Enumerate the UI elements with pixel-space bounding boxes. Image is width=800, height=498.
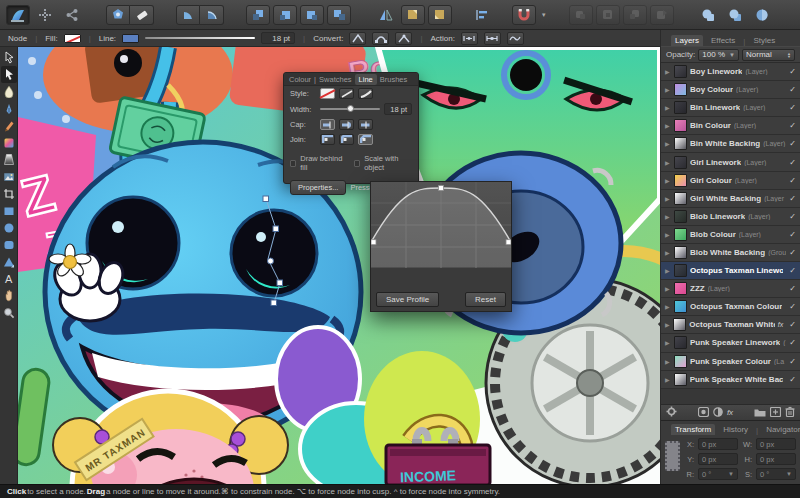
adjustment-layer-icon[interactable] [713,407,723,419]
boolean-subtract-icon[interactable] [723,5,747,25]
snapping-caret-icon[interactable]: ▼ [541,12,547,18]
export-persona-icon[interactable] [60,5,84,25]
layer-thumb[interactable] [674,65,687,78]
action-smooth-curve-icon[interactable] [507,32,524,45]
transform-page-2-icon[interactable] [428,5,452,25]
join-round-button[interactable] [339,134,354,145]
draw-persona-icon[interactable] [6,5,30,25]
layer-row[interactable]: ▶ Punk Speaker Linework fx ( ✓ [661,334,800,352]
layer-row[interactable]: ▶ Octopus Taxman Colour fx ✓ [661,298,800,316]
layer-thumb[interactable] [674,174,687,187]
vector-crop-tool[interactable] [1,185,17,202]
pressure-curve-editor[interactable] [371,182,511,268]
snapping-magnet-icon[interactable] [512,5,536,25]
layer-visibility-check[interactable]: ✓ [789,103,796,112]
stroke-width-slider[interactable] [145,37,255,39]
artistic-text-tool[interactable]: A [1,270,17,287]
disclosure-triangle-icon[interactable]: ▶ [665,267,671,274]
layer-thumb[interactable] [674,355,687,368]
disclosure-triangle-icon[interactable]: ▶ [665,358,671,365]
stroke-width-value[interactable]: 18 pt [261,32,295,44]
opacity-dropdown[interactable]: 100 %▼ [698,49,739,61]
transform-anchor-selector[interactable] [665,441,680,471]
brush-tool[interactable] [1,117,17,134]
layer-visibility-check[interactable]: ✓ [789,194,796,203]
layer-thumb[interactable] [674,264,687,277]
ellipse-tool[interactable] [1,219,17,236]
flip-horizontal-icon[interactable] [374,5,398,25]
width-slider-knob[interactable] [347,105,354,112]
layer-row[interactable]: ▶ Punk Speaker Colour fx (La ✓ [661,353,800,371]
fill-swatch[interactable] [64,34,81,43]
arrange-backward-icon[interactable] [300,5,324,25]
fill-tool[interactable] [1,134,17,151]
tab-layers[interactable]: Layers [671,35,703,46]
layer-visibility-check[interactable]: ✓ [789,266,796,275]
layer-visibility-check[interactable]: ✓ [789,230,796,239]
corner-round-icon[interactable] [200,5,224,25]
layer-thumb[interactable] [674,101,687,114]
style-none-button[interactable] [320,88,335,99]
cap-butt-button[interactable] [320,119,335,130]
layer-row[interactable]: ▶ Boy Colour fx (Layer) ✓ [661,81,800,99]
layer-options-gear-icon[interactable] [666,406,677,419]
layer-thumb[interactable] [674,192,687,205]
layer-row[interactable]: ▶ Bin Linework fx (Layer) ✓ [661,99,800,117]
layer-row[interactable]: ▶ Punk Speaker White Back fx ✓ [661,371,800,389]
convert-smart-icon[interactable] [395,32,412,45]
group-layers-icon[interactable] [754,407,766,419]
alignment-icon[interactable] [474,5,490,25]
disclosure-triangle-icon[interactable]: ▶ [665,339,671,346]
boolean-add-icon[interactable] [696,5,720,25]
convert-smooth-icon[interactable] [372,32,389,45]
triangle-tool[interactable] [1,253,17,270]
tab-swatches[interactable]: Swatches [319,75,352,84]
layer-row[interactable]: ▶ Bin White Backing fx (Layer) ✓ [661,135,800,153]
layer-visibility-check[interactable]: ✓ [789,212,796,221]
layer-thumb[interactable] [674,282,687,295]
layer-visibility-check[interactable]: ✓ [789,85,796,94]
layer-row[interactable]: ▶ Girl Colour fx (Layer) ✓ [661,172,800,190]
width-value[interactable]: 18 pt [384,103,412,115]
curve-node-handle[interactable] [439,186,444,191]
layer-visibility-check[interactable]: ✓ [789,139,796,148]
tab-effects[interactable]: Effects [707,35,739,46]
style-brush-button[interactable] [358,88,373,99]
tab-styles[interactable]: Styles [749,35,779,46]
layer-row[interactable]: ▶ Blob Linework fx (Layer) ✓ [661,208,800,226]
layer-thumb[interactable] [674,119,687,132]
curve-node-handle[interactable] [506,240,511,245]
convert-sharp-icon[interactable] [349,32,366,45]
tab-colour[interactable]: Colour [289,75,311,84]
style-solid-button[interactable] [339,88,354,99]
width-slider[interactable] [320,108,380,110]
layer-row[interactable]: ▶ ZZZ fx (Layer) ✓ [661,280,800,298]
disclosure-triangle-icon[interactable]: ▶ [665,195,671,202]
layer-visibility-check[interactable]: ✓ [789,357,796,366]
rectangle-tool[interactable] [1,202,17,219]
pixel-persona-icon[interactable] [33,5,57,25]
arrange-forward-icon[interactable] [273,5,297,25]
transform-field-input[interactable]: 0 °▼ [698,468,738,480]
layer-thumb[interactable] [674,228,687,241]
layer-row[interactable]: ▶ Blob White Backing fx (Grou ✓ [661,244,800,262]
disclosure-triangle-icon[interactable]: ▶ [665,303,671,310]
transform-field-input[interactable]: 0 px [698,453,738,465]
layer-thumb[interactable] [674,137,687,150]
scale-with-object-checkbox[interactable] [354,160,360,167]
disclosure-triangle-icon[interactable]: ▶ [665,321,670,328]
disclosure-triangle-icon[interactable]: ▶ [665,231,671,238]
layer-visibility-check[interactable]: ✓ [789,375,796,384]
layer-thumb[interactable] [674,210,687,223]
layer-thumb[interactable] [674,83,687,96]
layer-row[interactable]: ▶ Bin Colour fx (Layer) ✓ [661,117,800,135]
cap-square-button[interactable] [358,119,373,130]
place-image-tool[interactable] [1,168,17,185]
transform-page-1-icon[interactable] [401,5,425,25]
transform-field-input[interactable]: 0 px [698,438,738,450]
disclosure-triangle-icon[interactable]: ▶ [665,140,671,147]
layer-thumb[interactable] [673,318,686,331]
tab-navigator[interactable]: Navigator [762,424,800,435]
layer-visibility-check[interactable]: ✓ [789,176,796,185]
join-miter-button[interactable] [320,134,335,145]
